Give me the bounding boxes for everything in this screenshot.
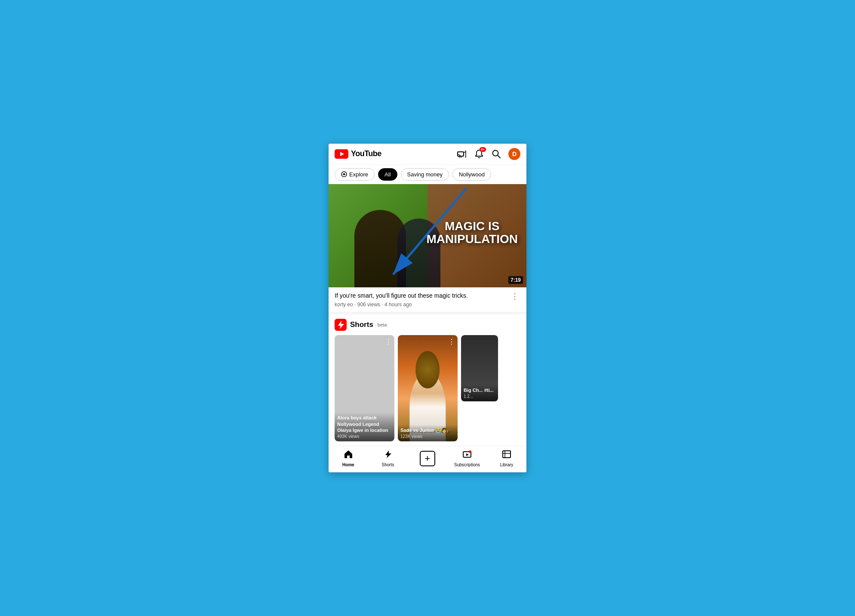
video-details: If you're smart, you'll figure out these… (335, 292, 505, 308)
short-card-3[interactable]: Big Ch... #ti... 1.2... (461, 335, 498, 441)
short-info-3: Big Ch... #ti... 1.2... (461, 385, 498, 401)
short-thumb-2: They help people to carry ⋮ Sade vs Juni… (398, 335, 458, 441)
app-name: YouTube (351, 149, 381, 158)
nav-library-label: Library (500, 462, 514, 467)
chip-saving-money[interactable]: Saving money (401, 168, 449, 181)
short-info-1: Alora boys attack Nollywood Legend Olaiy… (335, 412, 394, 441)
video-title: If you're smart, you'll figure out these… (335, 292, 505, 300)
svg-line-4 (498, 155, 500, 158)
short-title-3: Big Ch... #ti... (464, 387, 495, 393)
chip-explore-label: Explore (349, 171, 368, 178)
add-button[interactable]: + (420, 451, 435, 466)
home-icon (344, 450, 353, 461)
nav-shorts-label: Shorts (382, 462, 394, 467)
short-card-1[interactable]: ⋮ Alora boys attack Nollywood Legend Ola… (335, 335, 394, 441)
short-title-1: Alora boys attack Nollywood Legend Olaiy… (337, 415, 392, 433)
shorts-header: Shorts beta (329, 319, 526, 335)
shorts-nav-icon (383, 450, 393, 461)
library-icon (502, 450, 511, 461)
phone-container: YouTube 9+ (329, 144, 526, 473)
overlay-line1: MAGIC IS (426, 220, 518, 233)
compass-icon (341, 171, 347, 177)
video-duration: 7:19 (508, 276, 523, 284)
subscriptions-icon (462, 450, 472, 461)
chip-nollywood[interactable]: Nollywood (452, 168, 491, 181)
nav-shorts[interactable]: Shorts (368, 450, 408, 467)
video-info: If you're smart, you'll figure out these… (329, 287, 526, 315)
short-views-2: 123K views (400, 434, 455, 439)
logo: YouTube (335, 149, 381, 159)
short-card-2[interactable]: They help people to carry ⋮ Sade vs Juni… (398, 335, 458, 441)
short-thumb-1: ⋮ Alora boys attack Nollywood Legend Ola… (335, 335, 394, 441)
shorts-beta-label: beta (378, 322, 387, 327)
chip-explore[interactable]: Explore (335, 168, 375, 181)
svg-rect-2 (458, 152, 464, 156)
nav-subscriptions[interactable]: Subscriptions (447, 450, 487, 467)
youtube-logo-icon (335, 149, 348, 159)
cast-button[interactable] (457, 149, 467, 159)
video-channel: korty eo (335, 302, 353, 308)
video-more-options[interactable]: ⋮ (509, 292, 520, 301)
notification-count: 9+ (480, 147, 486, 152)
header: YouTube 9+ (329, 144, 526, 165)
video-views: 906 views (357, 302, 380, 308)
video-time-ago: 4 hours ago (384, 302, 412, 308)
shorts-grid: ⋮ Alora boys attack Nollywood Legend Ola… (329, 335, 526, 441)
chip-saving-money-label: Saving money (407, 171, 443, 178)
shorts-title: Shorts (350, 320, 373, 329)
short-info-2: Sade vs Junior 😭👩 123K views (398, 425, 458, 441)
chip-nollywood-label: Nollywood (459, 171, 485, 178)
video-meta: korty eo · 906 views · 4 hours ago (335, 302, 505, 308)
notification-button[interactable]: 9+ (474, 149, 484, 159)
filter-bar: Explore All Saving money Nollywood (329, 165, 526, 184)
svg-marker-7 (342, 173, 346, 175)
header-icons: 9+ D (457, 148, 520, 160)
short-views-1: 493K views (337, 434, 392, 439)
overlay-line2: MANIPULATION (426, 233, 518, 246)
video-overlay-text: MAGIC IS MANIPULATION (426, 220, 518, 246)
search-button[interactable] (491, 149, 501, 159)
chip-all[interactable]: All (378, 168, 397, 181)
nav-home-label: Home (342, 462, 354, 467)
main-video-thumbnail[interactable]: MAGIC IS MANIPULATION 7:19 (329, 184, 526, 287)
svg-rect-14 (503, 451, 511, 458)
svg-point-13 (469, 450, 471, 453)
video-separator: · (354, 302, 357, 308)
shorts-icon (335, 319, 347, 331)
short-views-3: 1.2... (464, 394, 495, 399)
nav-add[interactable]: + (408, 451, 447, 466)
short-thumb-3: Big Ch... #ti... 1.2... (461, 335, 498, 401)
short-title-2: Sade vs Junior 😭👩 (400, 427, 455, 433)
cast-icon (457, 150, 467, 158)
nav-subscriptions-label: Subscriptions (454, 462, 480, 467)
plus-icon: + (425, 454, 431, 463)
bottom-nav: Home Shorts + Subscriptions (329, 446, 526, 472)
svg-marker-12 (466, 453, 469, 456)
nav-library[interactable]: Library (487, 450, 526, 467)
short-options-1[interactable]: ⋮ (385, 338, 392, 346)
user-avatar[interactable]: D (508, 148, 520, 160)
search-icon (492, 149, 501, 159)
chip-all-label: All (384, 171, 391, 178)
shorts-section: Shorts beta ⋮ Alora boys attack Nollywoo… (329, 314, 526, 446)
short-options-2[interactable]: ⋮ (448, 338, 455, 346)
nav-home[interactable]: Home (329, 450, 368, 467)
